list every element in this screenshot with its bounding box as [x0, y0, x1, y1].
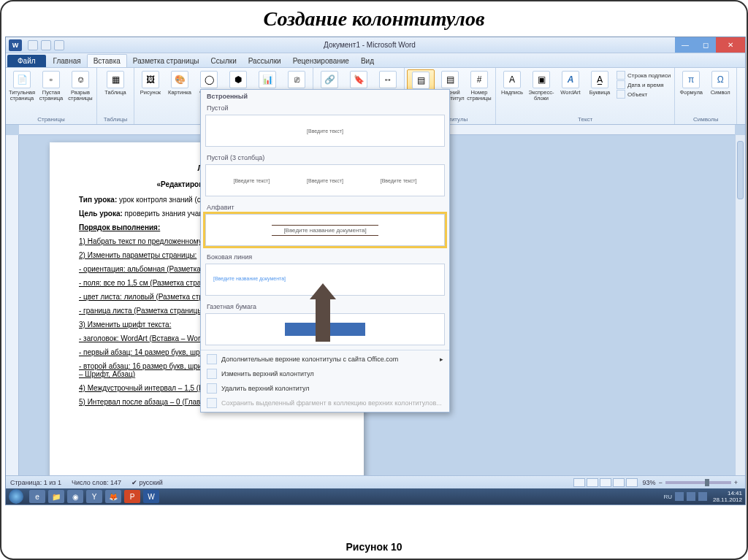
qat-save-icon[interactable]: [28, 40, 38, 50]
save-selection-icon: [207, 398, 217, 408]
gallery-menu-office[interactable]: Дополнительные верхние колонтитулы с сай…: [201, 352, 449, 367]
zoom-slider[interactable]: [665, 481, 731, 484]
wordart-button[interactable]: AWordArt: [557, 69, 584, 97]
gallery-label-empty: Пустой: [201, 101, 449, 113]
qat-redo-icon[interactable]: [54, 40, 64, 50]
tray-network-icon[interactable]: [687, 492, 695, 501]
dropcap-icon: A̲: [591, 71, 608, 88]
table-button[interactable]: ▦Таблица: [99, 69, 131, 97]
pagenum-icon: #: [470, 71, 488, 88]
task-explorer-icon[interactable]: 📁: [48, 490, 64, 503]
status-words[interactable]: Число слов: 147: [72, 479, 121, 486]
page-number-button[interactable]: #Номер страницы: [465, 69, 493, 103]
tab-pagelayout[interactable]: Разметка страницы: [127, 55, 205, 67]
tab-insert[interactable]: Вставка: [87, 54, 127, 67]
picture-icon: 🖼: [142, 71, 159, 88]
chart-icon: 📊: [259, 71, 276, 88]
status-page[interactable]: Страница: 1 из 1: [10, 479, 61, 486]
qat-undo-icon[interactable]: [41, 40, 51, 50]
scrollbar-thumb[interactable]: [737, 141, 744, 199]
tray-clock[interactable]: 14:41 28.11.2012: [713, 490, 742, 503]
page-break-button[interactable]: ⎊Разрыв страницы: [66, 69, 94, 103]
gallery-item-alpha[interactable]: [Введите название документа]: [205, 214, 445, 246]
vertical-scrollbar[interactable]: [735, 135, 745, 475]
blank-page-button[interactable]: ▫Пустая страница: [37, 69, 65, 103]
view-buttons[interactable]: [573, 478, 638, 487]
group-text-label: Текст: [498, 115, 672, 123]
gallery-item-empty[interactable]: [Введите текст]: [205, 115, 445, 147]
link-icon: 🔗: [321, 71, 338, 88]
task-yandex-icon[interactable]: Y: [86, 490, 102, 503]
tray-flag-icon[interactable]: [675, 492, 684, 501]
wordart-icon: A: [562, 71, 579, 88]
maximize-button[interactable]: ◻: [695, 37, 716, 53]
equation-icon: π: [682, 71, 700, 88]
ribbon-tabs: Файл Главная Вставка Разметка страницы С…: [6, 53, 745, 68]
gallery-menu-remove[interactable]: Удалить верхний колонтитул: [201, 381, 449, 396]
clipart-button[interactable]: 🎨Картинка: [166, 69, 194, 97]
tray-lang[interactable]: RU: [663, 494, 672, 500]
vertical-ruler[interactable]: [6, 135, 19, 475]
slide-caption: Рисунок 10: [1, 541, 747, 553]
group-pages-label: Страницы: [8, 115, 94, 123]
group-tables-label: Таблицы: [99, 115, 131, 123]
bookmark-icon: 🔖: [350, 71, 367, 88]
gallery-label-alpha: Алфавит: [201, 201, 449, 212]
gallery-section-builtin: Встроенный: [201, 90, 449, 101]
crossref-icon: ↔: [379, 71, 397, 88]
page-icon: 📄: [13, 71, 31, 88]
close-button[interactable]: ✕: [716, 37, 745, 53]
gallery-menu-edit[interactable]: Изменить верхний колонтитул: [201, 367, 449, 381]
break-icon: ⎊: [72, 71, 89, 88]
tray-volume-icon[interactable]: [698, 492, 707, 501]
signature-icon: [617, 71, 625, 80]
textbox-icon: A: [503, 71, 521, 88]
task-powerpoint-icon[interactable]: P: [124, 490, 140, 503]
start-button[interactable]: [9, 489, 23, 504]
datetime-button[interactable]: Дата и время: [617, 80, 671, 89]
office-icon: [207, 354, 217, 364]
quickparts-button[interactable]: ▣Экспресс-блоки: [527, 69, 555, 103]
equation-button[interactable]: πФормула: [677, 69, 705, 97]
symbol-button[interactable]: ΩСимвол: [706, 69, 734, 97]
picture-button[interactable]: 🖼Рисунок: [137, 69, 164, 97]
task-chrome-icon[interactable]: ◉: [67, 490, 83, 503]
footer-icon: ▤: [441, 71, 459, 88]
task-ie-icon[interactable]: e: [29, 490, 45, 503]
cover-page-button[interactable]: 📄Титульная страница: [8, 69, 36, 103]
task-firefox-icon[interactable]: 🦊: [105, 490, 121, 503]
quick-access-toolbar[interactable]: [28, 40, 64, 50]
slide-title: Создание колонтитулов: [1, 1, 747, 34]
signature-line-button[interactable]: Строка подписи: [617, 71, 671, 80]
tab-mailings[interactable]: Рассылки: [243, 55, 287, 67]
shapes-icon: ◯: [200, 71, 218, 88]
clipart-icon: 🎨: [171, 71, 188, 88]
textbox-button[interactable]: AНадпись: [498, 69, 526, 97]
status-bar: Страница: 1 из 1 Число слов: 147 ✔ русск…: [6, 475, 745, 488]
gallery-item-empty3[interactable]: [Введите текст][Введите текст][Введите т…: [205, 164, 445, 196]
tab-references[interactable]: Ссылки: [205, 55, 243, 67]
table-icon: ▦: [107, 71, 124, 88]
header-icon: ▤: [412, 72, 430, 89]
minimize-button[interactable]: —: [675, 37, 695, 53]
tab-home[interactable]: Главная: [47, 55, 87, 67]
status-lang[interactable]: русский: [140, 479, 163, 486]
tab-file[interactable]: Файл: [7, 55, 46, 67]
word-icon: W: [9, 39, 22, 51]
smartart-icon: ⬢: [229, 71, 247, 88]
zoom-handle[interactable]: [705, 479, 709, 486]
gallery-menu-save: Сохранить выделенный фрагмент в коллекци…: [201, 396, 449, 410]
titlebar: W Документ1 - Microsoft Word — ◻ ✕: [6, 37, 745, 53]
symbol-icon: Ω: [711, 71, 729, 88]
tab-review[interactable]: Рецензирование: [287, 55, 355, 67]
object-button[interactable]: Объект: [617, 90, 671, 99]
object-icon: [617, 90, 625, 99]
task-word-icon[interactable]: W: [143, 490, 159, 503]
zoom-value[interactable]: 93%: [642, 479, 655, 486]
datetime-icon: [617, 80, 625, 89]
dropcap-button[interactable]: A̲Буквица: [586, 69, 614, 97]
windows-taskbar: e 📁 ◉ Y 🦊 P W RU 14:41 28.11.2012: [6, 488, 745, 505]
header-gallery-dropdown: Встроенный Пустой [Введите текст] Пустой…: [200, 89, 450, 413]
tab-view[interactable]: Вид: [355, 55, 380, 67]
screenshot-icon: ⎚: [288, 71, 305, 88]
